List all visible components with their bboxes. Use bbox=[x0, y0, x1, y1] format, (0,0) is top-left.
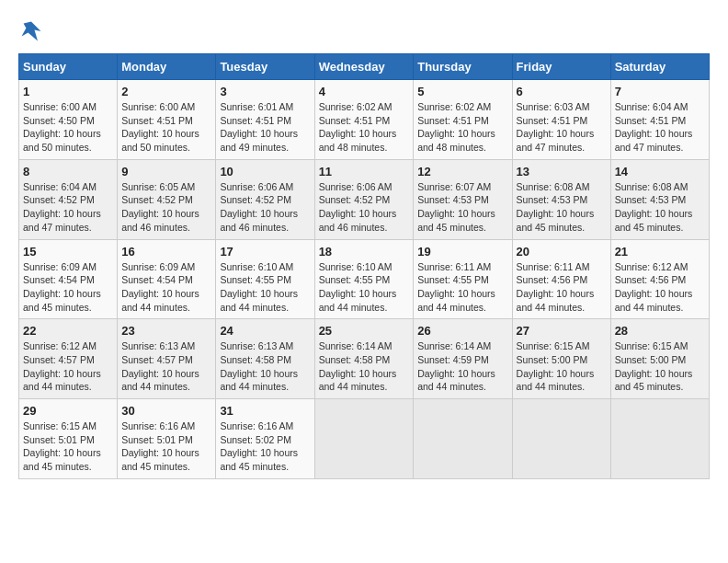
day-number: 13 bbox=[517, 165, 607, 178]
calendar-week-4: 22 Sunrise: 6:12 AM Sunset: 4:57 PM Dayl… bbox=[19, 319, 710, 399]
day-info: Sunrise: 6:09 AM Sunset: 4:54 PM Dayligh… bbox=[23, 260, 113, 315]
calendar-body: 1 Sunrise: 6:00 AM Sunset: 4:50 PM Dayli… bbox=[19, 80, 710, 479]
day-number: 4 bbox=[319, 85, 410, 98]
logo bbox=[18, 18, 48, 44]
weekday-header-thursday: Thursday bbox=[414, 54, 512, 80]
calendar-week-1: 1 Sunrise: 6:00 AM Sunset: 4:50 PM Dayli… bbox=[19, 80, 710, 160]
day-number: 23 bbox=[121, 324, 211, 338]
calendar-week-2: 8 Sunrise: 6:04 AM Sunset: 4:52 PM Dayli… bbox=[19, 159, 710, 239]
day-number: 15 bbox=[23, 245, 113, 259]
day-number: 21 bbox=[615, 245, 705, 259]
calendar-cell: 17 Sunrise: 6:10 AM Sunset: 4:55 PM Dayl… bbox=[216, 239, 314, 319]
day-info: Sunrise: 6:06 AM Sunset: 4:52 PM Dayligh… bbox=[319, 180, 410, 235]
day-number: 29 bbox=[23, 404, 113, 418]
day-info: Sunrise: 6:12 AM Sunset: 4:56 PM Dayligh… bbox=[615, 260, 705, 315]
day-info: Sunrise: 6:12 AM Sunset: 4:57 PM Dayligh… bbox=[23, 339, 113, 394]
calendar-cell: 23 Sunrise: 6:13 AM Sunset: 4:57 PM Dayl… bbox=[118, 319, 216, 399]
weekday-header-friday: Friday bbox=[512, 54, 610, 80]
day-info: Sunrise: 6:16 AM Sunset: 5:01 PM Dayligh… bbox=[121, 419, 211, 474]
day-number: 1 bbox=[23, 85, 113, 98]
day-info: Sunrise: 6:00 AM Sunset: 4:51 PM Dayligh… bbox=[121, 100, 211, 155]
calendar-cell: 21 Sunrise: 6:12 AM Sunset: 4:56 PM Dayl… bbox=[610, 239, 709, 319]
day-info: Sunrise: 6:09 AM Sunset: 4:54 PM Dayligh… bbox=[121, 260, 211, 315]
day-number: 18 bbox=[319, 245, 410, 259]
calendar-cell: 5 Sunrise: 6:02 AM Sunset: 4:51 PM Dayli… bbox=[414, 80, 512, 160]
calendar-cell: 12 Sunrise: 6:07 AM Sunset: 4:53 PM Dayl… bbox=[414, 159, 512, 239]
day-number: 5 bbox=[417, 85, 507, 98]
calendar-cell: 1 Sunrise: 6:00 AM Sunset: 4:50 PM Dayli… bbox=[19, 80, 118, 160]
calendar-cell bbox=[610, 399, 709, 479]
calendar: SundayMondayTuesdayWednesdayThursdayFrid… bbox=[18, 53, 710, 479]
day-info: Sunrise: 6:02 AM Sunset: 4:51 PM Dayligh… bbox=[417, 100, 507, 155]
calendar-cell: 9 Sunrise: 6:05 AM Sunset: 4:52 PM Dayli… bbox=[118, 159, 216, 239]
calendar-cell: 14 Sunrise: 6:08 AM Sunset: 4:53 PM Dayl… bbox=[610, 159, 709, 239]
calendar-cell: 27 Sunrise: 6:15 AM Sunset: 5:00 PM Dayl… bbox=[512, 319, 610, 399]
calendar-cell: 2 Sunrise: 6:00 AM Sunset: 4:51 PM Dayli… bbox=[118, 80, 216, 160]
weekday-header-saturday: Saturday bbox=[610, 54, 709, 80]
day-info: Sunrise: 6:10 AM Sunset: 4:55 PM Dayligh… bbox=[220, 260, 310, 315]
day-number: 14 bbox=[615, 165, 705, 178]
day-number: 7 bbox=[615, 85, 705, 98]
day-info: Sunrise: 6:14 AM Sunset: 4:59 PM Dayligh… bbox=[417, 339, 507, 394]
day-number: 6 bbox=[517, 85, 607, 98]
day-info: Sunrise: 6:02 AM Sunset: 4:51 PM Dayligh… bbox=[319, 100, 410, 155]
weekday-header-sunday: Sunday bbox=[19, 54, 118, 80]
day-info: Sunrise: 6:03 AM Sunset: 4:51 PM Dayligh… bbox=[517, 100, 607, 155]
day-number: 11 bbox=[319, 165, 410, 178]
day-number: 27 bbox=[517, 324, 607, 338]
calendar-cell bbox=[414, 399, 512, 479]
calendar-cell: 30 Sunrise: 6:16 AM Sunset: 5:01 PM Dayl… bbox=[118, 399, 216, 479]
svg-marker-0 bbox=[22, 22, 41, 41]
calendar-cell: 28 Sunrise: 6:15 AM Sunset: 5:00 PM Dayl… bbox=[610, 319, 709, 399]
day-info: Sunrise: 6:13 AM Sunset: 4:57 PM Dayligh… bbox=[121, 339, 211, 394]
day-info: Sunrise: 6:15 AM Sunset: 5:00 PM Dayligh… bbox=[517, 339, 607, 394]
calendar-cell bbox=[314, 399, 414, 479]
calendar-cell: 20 Sunrise: 6:11 AM Sunset: 4:56 PM Dayl… bbox=[512, 239, 610, 319]
day-info: Sunrise: 6:16 AM Sunset: 5:02 PM Dayligh… bbox=[220, 419, 310, 474]
day-info: Sunrise: 6:14 AM Sunset: 4:58 PM Dayligh… bbox=[319, 339, 410, 394]
calendar-cell: 19 Sunrise: 6:11 AM Sunset: 4:55 PM Dayl… bbox=[414, 239, 512, 319]
calendar-week-5: 29 Sunrise: 6:15 AM Sunset: 5:01 PM Dayl… bbox=[19, 399, 710, 479]
calendar-cell: 26 Sunrise: 6:14 AM Sunset: 4:59 PM Dayl… bbox=[414, 319, 512, 399]
page-header bbox=[18, 18, 710, 44]
day-info: Sunrise: 6:05 AM Sunset: 4:52 PM Dayligh… bbox=[121, 180, 211, 235]
day-number: 9 bbox=[121, 165, 211, 178]
day-number: 8 bbox=[23, 165, 113, 178]
calendar-cell: 11 Sunrise: 6:06 AM Sunset: 4:52 PM Dayl… bbox=[314, 159, 414, 239]
calendar-cell: 6 Sunrise: 6:03 AM Sunset: 4:51 PM Dayli… bbox=[512, 80, 610, 160]
day-number: 30 bbox=[121, 404, 211, 418]
day-info: Sunrise: 6:11 AM Sunset: 4:56 PM Dayligh… bbox=[517, 260, 607, 315]
day-number: 12 bbox=[417, 165, 507, 178]
calendar-cell: 22 Sunrise: 6:12 AM Sunset: 4:57 PM Dayl… bbox=[19, 319, 118, 399]
day-info: Sunrise: 6:00 AM Sunset: 4:50 PM Dayligh… bbox=[23, 100, 113, 155]
calendar-cell: 7 Sunrise: 6:04 AM Sunset: 4:51 PM Dayli… bbox=[610, 80, 709, 160]
day-number: 28 bbox=[615, 324, 705, 338]
calendar-cell: 13 Sunrise: 6:08 AM Sunset: 4:53 PM Dayl… bbox=[512, 159, 610, 239]
calendar-cell: 15 Sunrise: 6:09 AM Sunset: 4:54 PM Dayl… bbox=[19, 239, 118, 319]
calendar-cell bbox=[512, 399, 610, 479]
logo-icon bbox=[18, 18, 44, 44]
calendar-header: SundayMondayTuesdayWednesdayThursdayFrid… bbox=[19, 54, 710, 80]
day-info: Sunrise: 6:08 AM Sunset: 4:53 PM Dayligh… bbox=[615, 180, 705, 235]
day-info: Sunrise: 6:13 AM Sunset: 4:58 PM Dayligh… bbox=[220, 339, 310, 394]
calendar-cell: 3 Sunrise: 6:01 AM Sunset: 4:51 PM Dayli… bbox=[216, 80, 314, 160]
day-info: Sunrise: 6:15 AM Sunset: 5:01 PM Dayligh… bbox=[23, 419, 113, 474]
day-info: Sunrise: 6:07 AM Sunset: 4:53 PM Dayligh… bbox=[417, 180, 507, 235]
calendar-cell: 29 Sunrise: 6:15 AM Sunset: 5:01 PM Dayl… bbox=[19, 399, 118, 479]
day-number: 16 bbox=[121, 245, 211, 259]
day-info: Sunrise: 6:10 AM Sunset: 4:55 PM Dayligh… bbox=[319, 260, 410, 315]
day-number: 17 bbox=[220, 245, 310, 259]
day-info: Sunrise: 6:06 AM Sunset: 4:52 PM Dayligh… bbox=[220, 180, 310, 235]
calendar-cell: 16 Sunrise: 6:09 AM Sunset: 4:54 PM Dayl… bbox=[118, 239, 216, 319]
day-number: 19 bbox=[417, 245, 507, 259]
day-info: Sunrise: 6:01 AM Sunset: 4:51 PM Dayligh… bbox=[220, 100, 310, 155]
calendar-week-3: 15 Sunrise: 6:09 AM Sunset: 4:54 PM Dayl… bbox=[19, 239, 710, 319]
day-info: Sunrise: 6:15 AM Sunset: 5:00 PM Dayligh… bbox=[615, 339, 705, 394]
day-info: Sunrise: 6:11 AM Sunset: 4:55 PM Dayligh… bbox=[417, 260, 507, 315]
day-info: Sunrise: 6:08 AM Sunset: 4:53 PM Dayligh… bbox=[517, 180, 607, 235]
calendar-cell: 25 Sunrise: 6:14 AM Sunset: 4:58 PM Dayl… bbox=[314, 319, 414, 399]
calendar-cell: 10 Sunrise: 6:06 AM Sunset: 4:52 PM Dayl… bbox=[216, 159, 314, 239]
calendar-cell: 4 Sunrise: 6:02 AM Sunset: 4:51 PM Dayli… bbox=[314, 80, 414, 160]
day-number: 26 bbox=[417, 324, 507, 338]
calendar-cell: 8 Sunrise: 6:04 AM Sunset: 4:52 PM Dayli… bbox=[19, 159, 118, 239]
